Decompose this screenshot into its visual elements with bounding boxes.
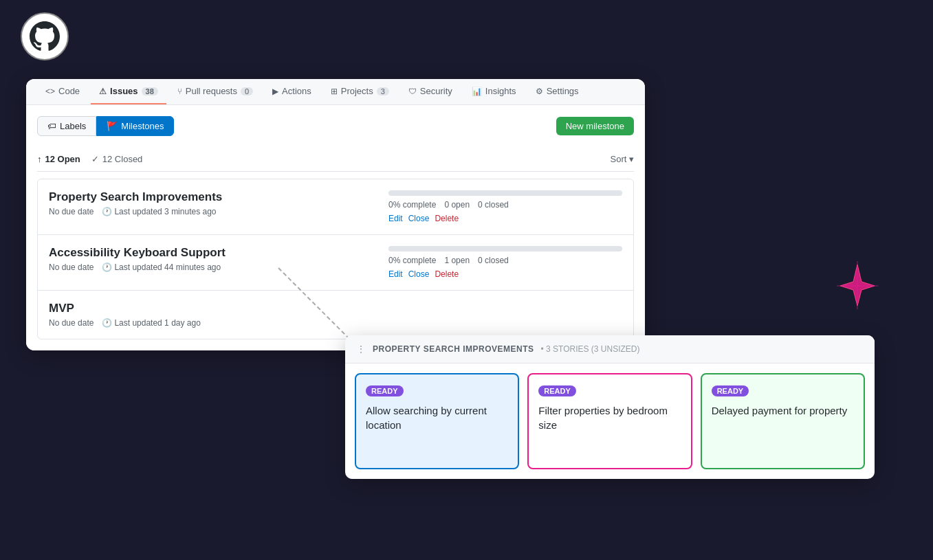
tab-bar: <> Code ⚠ Issues 38 ⑂ Pull requests 0 ▶ … xyxy=(26,79,645,105)
milestone-meta: No due date 🕐 Last updated 44 minutes ag… xyxy=(49,262,377,272)
milestone-right: 0% complete 0 open 0 closed Edit Close D… xyxy=(388,190,622,223)
settings-icon: ⚙ xyxy=(536,87,543,96)
milestone-actions: Edit Close Delete xyxy=(388,214,622,223)
open-tab[interactable]: ↑ 12 Open xyxy=(37,154,80,164)
ready-badge: READY xyxy=(538,385,576,396)
project-panel-title: PROPERTY SEARCH IMPROVEMENTS xyxy=(373,344,534,354)
story-card[interactable]: READY Delayed payment for property xyxy=(701,373,865,469)
sparkle-logo xyxy=(837,261,878,309)
labels-button[interactable]: 🏷 Labels xyxy=(37,116,96,136)
security-icon: 🛡 xyxy=(408,87,417,96)
delete-link[interactable]: Delete xyxy=(435,214,459,223)
milestone-actions: Edit Close Delete xyxy=(388,269,622,279)
ready-badge: READY xyxy=(712,385,749,396)
milestone-row: Accessibility Keyboard Support No due da… xyxy=(38,235,633,291)
tab-projects[interactable]: ⊞ Projects 3 xyxy=(322,79,397,104)
closed-tab[interactable]: ✓ 12 Closed xyxy=(91,154,143,164)
open-icon: ↑ xyxy=(37,154,42,164)
progress-bar-bg xyxy=(388,190,622,196)
clock-icon: 🕐 xyxy=(102,207,112,216)
milestone-title: Accessibility Keyboard Support xyxy=(49,246,377,260)
story-card[interactable]: READY Allow searching by current locatio… xyxy=(355,373,519,469)
filter-bar: 🏷 Labels 🚩 Milestones New milestone xyxy=(37,116,634,136)
tab-security[interactable]: 🛡 Security xyxy=(400,79,461,104)
milestone-title: Property Search Improvements xyxy=(49,190,377,204)
filter-left: 🏷 Labels 🚩 Milestones xyxy=(37,116,174,136)
delete-link[interactable]: Delete xyxy=(435,269,459,279)
label-icon: 🏷 xyxy=(47,121,56,131)
milestone-status-tabs: ↑ 12 Open ✓ 12 Closed Sort ▾ xyxy=(37,147,634,172)
edit-link[interactable]: Edit xyxy=(388,269,403,279)
check-icon: ✓ xyxy=(91,154,99,164)
project-cards: READY Allow searching by current locatio… xyxy=(345,363,875,479)
tab-insights[interactable]: 📊 Insights xyxy=(463,79,525,104)
progress-stats: 0% complete 1 open 0 closed xyxy=(388,256,622,265)
pr-icon: ⑂ xyxy=(177,87,182,96)
milestone-icon: 🚩 xyxy=(107,121,118,131)
milestone-info: Property Search Improvements No due date… xyxy=(49,190,377,216)
story-text: Filter properties by bedroom size xyxy=(538,403,681,432)
tab-issues[interactable]: ⚠ Issues 38 xyxy=(91,79,166,104)
milestones-button[interactable]: 🚩 Milestones xyxy=(96,116,174,136)
github-logo xyxy=(21,12,69,60)
tab-pull-requests[interactable]: ⑂ Pull requests 0 xyxy=(169,79,261,104)
chevron-down-icon: ▾ xyxy=(629,154,634,164)
milestone-meta: No due date 🕐 Last updated 3 minutes ago xyxy=(49,207,377,216)
milestone-row: Property Search Improvements No due date… xyxy=(38,179,633,235)
content-area: 🏷 Labels 🚩 Milestones New milestone ↑ 12… xyxy=(26,105,645,350)
milestone-info: Accessibility Keyboard Support No due da… xyxy=(49,246,377,272)
tab-actions[interactable]: ▶ Actions xyxy=(264,79,320,104)
milestone-title: MVP xyxy=(49,302,377,315)
edit-link[interactable]: Edit xyxy=(388,214,403,223)
milestone-meta: No due date 🕐 Last updated 1 day ago xyxy=(49,318,377,328)
new-milestone-button[interactable]: New milestone xyxy=(556,117,634,135)
story-card[interactable]: READY Filter properties by bedroom size xyxy=(527,373,692,469)
project-panel-subtitle: • 3 STORIES (3 UNSIZED) xyxy=(540,344,639,354)
progress-bar-bg xyxy=(388,246,622,251)
milestone-right: 0% complete 1 open 0 closed Edit Close D… xyxy=(388,246,622,279)
milestone-list: Property Search Improvements No due date… xyxy=(37,179,634,339)
milestone-info: MVP No due date 🕐 Last updated 1 day ago xyxy=(49,302,377,328)
projects-icon: ⊞ xyxy=(331,87,338,96)
main-window: <> Code ⚠ Issues 38 ⑂ Pull requests 0 ▶ … xyxy=(26,79,645,350)
insights-icon: 📊 xyxy=(472,87,482,96)
tab-code[interactable]: <> Code xyxy=(37,79,88,104)
progress-stats: 0% complete 0 open 0 closed xyxy=(388,200,622,210)
project-panel: ⋮ PROPERTY SEARCH IMPROVEMENTS • 3 STORI… xyxy=(345,335,875,479)
close-link[interactable]: Close xyxy=(408,269,430,279)
clock-icon: 🕐 xyxy=(102,262,112,272)
project-header: ⋮ PROPERTY SEARCH IMPROVEMENTS • 3 STORI… xyxy=(345,335,875,363)
story-text: Allow searching by current location xyxy=(366,403,508,432)
drag-icon: ⋮ xyxy=(356,344,366,355)
story-text: Delayed payment for property xyxy=(712,403,854,418)
clock-icon: 🕐 xyxy=(102,318,112,328)
sort-button[interactable]: Sort ▾ xyxy=(611,154,634,164)
tab-settings[interactable]: ⚙ Settings xyxy=(527,79,587,104)
issues-icon: ⚠ xyxy=(99,87,107,96)
ready-badge: READY xyxy=(366,385,404,396)
milestone-row: MVP No due date 🕐 Last updated 1 day ago xyxy=(38,291,633,339)
code-icon: <> xyxy=(45,87,55,96)
actions-icon: ▶ xyxy=(272,87,278,96)
close-link[interactable]: Close xyxy=(408,214,430,223)
